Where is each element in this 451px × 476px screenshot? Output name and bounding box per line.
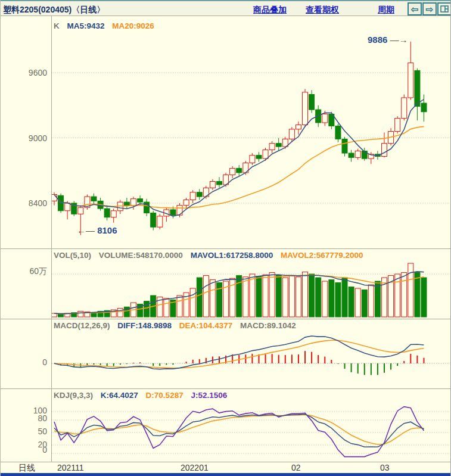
x-axis-bar: 日线 202111 202201 02 03 bbox=[1, 462, 451, 473]
d-value: D:70.5287 bbox=[146, 391, 183, 400]
overlay-commodity-link[interactable]: 商品叠加 bbox=[253, 5, 287, 15]
j-value: J:52.1506 bbox=[191, 391, 227, 400]
trading-chart-window: 塑料2205(020405)〈日线〉 商品叠加 查看期权 周期 ⇦ ⇨ bbox=[0, 0, 451, 476]
period-label: 日线 bbox=[18, 463, 35, 474]
macd-label: MACD(12,26,9) bbox=[54, 321, 110, 330]
panel-divider bbox=[1, 248, 451, 249]
high-price-value: 9886 bbox=[368, 35, 387, 45]
price-axis-label-9000: 9000 bbox=[1, 133, 47, 143]
x-axis-label-03: 03 bbox=[380, 463, 390, 472]
kdj-axis-label-0: 0 bbox=[1, 445, 47, 455]
mavol1-value: MAVOL1:617258.8000 bbox=[191, 251, 273, 260]
volume-value: VOLUME:548170.0000 bbox=[99, 251, 183, 260]
dea-value: DEA:104.4377 bbox=[179, 321, 232, 330]
left-arrow-icon: ⇦ bbox=[411, 5, 419, 14]
view-options-link[interactable]: 查看期权 bbox=[306, 5, 339, 15]
split-window-button[interactable] bbox=[437, 2, 451, 15]
axis-gutter-line bbox=[51, 16, 52, 462]
left-arrow-annotation-icon: ←— bbox=[77, 225, 95, 235]
right-arrow-icon: ⇨ bbox=[426, 5, 434, 14]
top-toolbar: 塑料2205(020405)〈日线〉 商品叠加 查看期权 周期 ⇦ ⇨ bbox=[1, 0, 451, 16]
contract-title: 塑料2205(020405)〈日线〉 bbox=[3, 5, 105, 15]
nav-buttons: ⇦ ⇨ bbox=[407, 2, 451, 15]
kdj-axis-label-50: 50 bbox=[1, 427, 47, 436]
kdj-label: KDJ(9,3,3) bbox=[54, 391, 93, 400]
bottom-window-strip bbox=[1, 473, 451, 476]
panel-divider bbox=[1, 388, 451, 389]
right-arrow-annotation-icon: —→ bbox=[390, 35, 408, 45]
volume-axis-label: 60万 bbox=[1, 266, 47, 277]
k-label: K bbox=[54, 21, 60, 30]
panel-divider bbox=[1, 319, 451, 319]
low-price-value: 8106 bbox=[97, 225, 117, 235]
x-axis-label-02: 02 bbox=[291, 463, 301, 472]
price-axis-label-8400: 8400 bbox=[1, 198, 47, 208]
split-window-icon bbox=[440, 5, 449, 13]
kdj-indicator-header: KDJ(9,3,3) K:64.4027 D:70.5287 J:52.1506 bbox=[54, 391, 232, 400]
ma5-value: MA5:9432 bbox=[67, 21, 105, 30]
k-value: K:64.4027 bbox=[101, 391, 138, 400]
price-indicator-header: K MA5:9432 MA20:9026 bbox=[54, 21, 160, 30]
price-axis-label-9600: 9600 bbox=[1, 68, 47, 77]
macd-axis-label-0: 0 bbox=[1, 357, 47, 367]
prev-arrow-button[interactable]: ⇦ bbox=[408, 2, 422, 15]
x-axis-label-202111: 202111 bbox=[57, 463, 84, 472]
mavol2-value: MAVOL2:567779.2000 bbox=[281, 251, 363, 260]
low-price-annotation: ←— 8106 bbox=[77, 225, 117, 235]
period-link[interactable]: 周期 bbox=[378, 5, 394, 15]
next-arrow-button[interactable]: ⇨ bbox=[422, 2, 437, 15]
volume-indicator-header: VOL(5,10) VOLUME:548170.0000 MAVOL1:6172… bbox=[54, 251, 369, 260]
diff-value: DIFF:148.9898 bbox=[117, 321, 172, 330]
macd-value: MACD:89.1042 bbox=[240, 321, 296, 330]
price-chart-canvas[interactable] bbox=[1, 16, 451, 248]
high-price-annotation: 9886 —→ bbox=[368, 35, 408, 45]
x-axis-label-202201: 202201 bbox=[181, 463, 209, 472]
macd-indicator-header: MACD(12,26,9) DIFF:148.9898 DEA:104.4377… bbox=[54, 321, 301, 330]
ma20-value: MA20:9026 bbox=[112, 21, 154, 30]
kdj-axis-label-80: 80 bbox=[1, 413, 47, 423]
vol-label: VOL(5,10) bbox=[54, 251, 91, 260]
